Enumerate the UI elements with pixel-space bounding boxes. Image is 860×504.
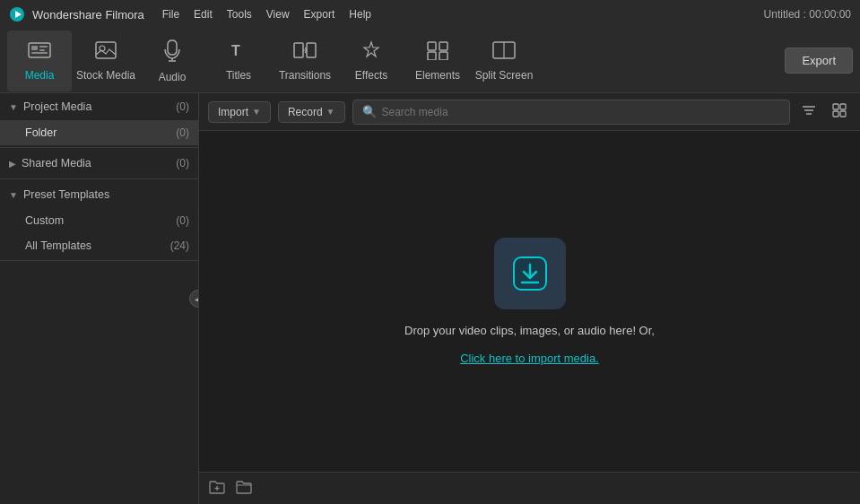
- sidebar-item-all-templates[interactable]: All Templates (24): [0, 233, 198, 258]
- section-label: Project Media: [23, 100, 91, 113]
- svg-rect-4: [39, 46, 48, 48]
- sidebar-section-preset-templates[interactable]: ▼ Preset Templates: [0, 181, 198, 208]
- section-label: Preset Templates: [23, 188, 109, 201]
- svg-rect-25: [840, 104, 846, 109]
- drop-zone: Drop your video clips, images, or audio …: [199, 131, 860, 472]
- sidebar: ▼ Project Media (0) Folder (0) ▶ Shared …: [0, 93, 199, 504]
- new-folder-button[interactable]: [208, 479, 226, 499]
- svg-rect-7: [96, 42, 116, 58]
- toolbar-btn-media[interactable]: Media: [7, 30, 72, 91]
- toolbar-buttons: Media Stock Media Audio T Titles: [7, 30, 536, 91]
- svg-text:T: T: [231, 43, 240, 58]
- svg-rect-15: [428, 42, 436, 50]
- sidebar-item-count: (0): [176, 126, 189, 139]
- toolbar-btn-label: Media: [25, 69, 55, 82]
- toolbar-btn-label: Split Screen: [475, 69, 534, 82]
- stock-media-icon: [94, 40, 117, 65]
- chevron-icon: ▼: [9, 190, 18, 200]
- import-button[interactable]: Import ▼: [208, 101, 271, 123]
- toolbar-btn-effects[interactable]: Effects: [339, 30, 404, 91]
- window-title: Untitled : 00:00:00: [764, 8, 851, 21]
- app-title: Wondershare Filmora: [32, 8, 144, 22]
- toolbar-btn-split-screen[interactable]: Split Screen: [472, 30, 536, 91]
- download-icon: [510, 254, 550, 293]
- svg-rect-16: [439, 42, 447, 50]
- filter-button[interactable]: [797, 99, 821, 126]
- menu-item-view[interactable]: View: [266, 8, 290, 21]
- sidebar-item-label: All Templates: [25, 239, 91, 252]
- sidebar-item-custom[interactable]: Custom (0): [0, 208, 198, 233]
- record-dropdown-arrow: ▼: [326, 107, 335, 117]
- toolbar-btn-titles[interactable]: T Titles: [206, 30, 271, 91]
- elements-icon: [426, 40, 449, 65]
- toolbar-btn-label: Elements: [415, 69, 460, 82]
- toolbar-btn-label: Transitions: [279, 69, 331, 82]
- sidebar-item-count: (24): [170, 239, 189, 252]
- toolbar-btn-stock-media[interactable]: Stock Media: [74, 30, 138, 91]
- record-label: Record: [288, 106, 323, 118]
- folder-button[interactable]: [235, 479, 253, 499]
- sidebar-collapse-button[interactable]: ◀: [189, 290, 199, 308]
- titles-icon: T: [227, 40, 250, 65]
- menu-item-tools[interactable]: Tools: [227, 8, 252, 21]
- sidebar-sections: ▼ Project Media (0) Folder (0) ▶ Shared …: [0, 93, 198, 261]
- transitions-icon: [293, 40, 317, 65]
- toolbar-btn-label: Effects: [355, 69, 387, 82]
- effects-icon: [360, 40, 383, 65]
- sidebar-item-label: Custom: [25, 214, 64, 227]
- sidebar-section-project-media[interactable]: ▼ Project Media (0): [0, 93, 198, 120]
- titlebar-left: Wondershare Filmora FileEditToolsViewExp…: [9, 6, 371, 22]
- toolbar-btn-audio[interactable]: Audio: [140, 30, 204, 91]
- toolbar-btn-label: Titles: [226, 69, 251, 82]
- svg-rect-18: [439, 52, 447, 60]
- search-input[interactable]: [382, 106, 780, 118]
- svg-rect-13: [307, 43, 316, 57]
- menu-item-edit[interactable]: Edit: [194, 8, 213, 21]
- grid-view-button[interactable]: [828, 99, 851, 126]
- toolbar-btn-label: Audio: [159, 71, 187, 83]
- svg-rect-6: [31, 52, 48, 54]
- section-count: (0): [176, 157, 189, 169]
- title-bar: Wondershare Filmora FileEditToolsViewExp…: [0, 0, 860, 29]
- svg-rect-26: [833, 111, 838, 117]
- svg-rect-27: [840, 111, 846, 117]
- record-button[interactable]: Record ▼: [278, 101, 345, 123]
- sidebar-item-folder[interactable]: Folder (0): [0, 120, 198, 145]
- menu-item-file[interactable]: File: [162, 8, 179, 21]
- app-logo-icon: [9, 6, 25, 22]
- chevron-icon: ▶: [9, 159, 16, 169]
- titlebar-menu: FileEditToolsViewExportHelp: [162, 8, 371, 21]
- toolbar-btn-label: Stock Media: [76, 69, 135, 82]
- chevron-icon: ▼: [9, 102, 18, 112]
- drop-icon-box: [494, 238, 566, 309]
- svg-rect-5: [39, 49, 45, 51]
- sidebar-item-count: (0): [176, 214, 189, 227]
- svg-marker-14: [364, 42, 378, 56]
- media-icon: [28, 40, 51, 65]
- main-area: ▼ Project Media (0) Folder (0) ▶ Shared …: [0, 93, 860, 504]
- content-area: Import ▼ Record ▼ 🔍: [199, 93, 860, 504]
- section-count: (0): [176, 100, 189, 113]
- section-label: Shared Media: [22, 157, 91, 169]
- split-screen-icon: [492, 40, 516, 65]
- toolbar-btn-transitions[interactable]: Transitions: [273, 30, 337, 91]
- import-label: Import: [218, 106, 248, 118]
- sidebar-section-shared-media[interactable]: ▶ Shared Media (0): [0, 150, 198, 177]
- import-dropdown-arrow: ▼: [252, 107, 261, 117]
- toolbar-btn-elements[interactable]: Elements: [405, 30, 470, 91]
- export-button[interactable]: Export: [785, 48, 853, 74]
- svg-rect-12: [294, 43, 303, 57]
- import-link[interactable]: Click here to import media.: [460, 352, 599, 365]
- content-toolbar: Import ▼ Record ▼ 🔍: [199, 93, 860, 131]
- drop-text: Drop your video clips, images, or audio …: [404, 324, 655, 337]
- audio-icon: [162, 39, 182, 67]
- menu-item-help[interactable]: Help: [349, 8, 371, 21]
- svg-rect-24: [833, 104, 838, 109]
- menu-item-export[interactable]: Export: [304, 8, 335, 21]
- bottom-bar: [199, 472, 860, 504]
- search-icon: 🔍: [362, 105, 377, 118]
- toolbar: Media Stock Media Audio T Titles: [0, 29, 860, 93]
- sidebar-item-label: Folder: [25, 126, 56, 139]
- svg-point-29: [846, 117, 847, 118]
- svg-rect-17: [428, 52, 436, 60]
